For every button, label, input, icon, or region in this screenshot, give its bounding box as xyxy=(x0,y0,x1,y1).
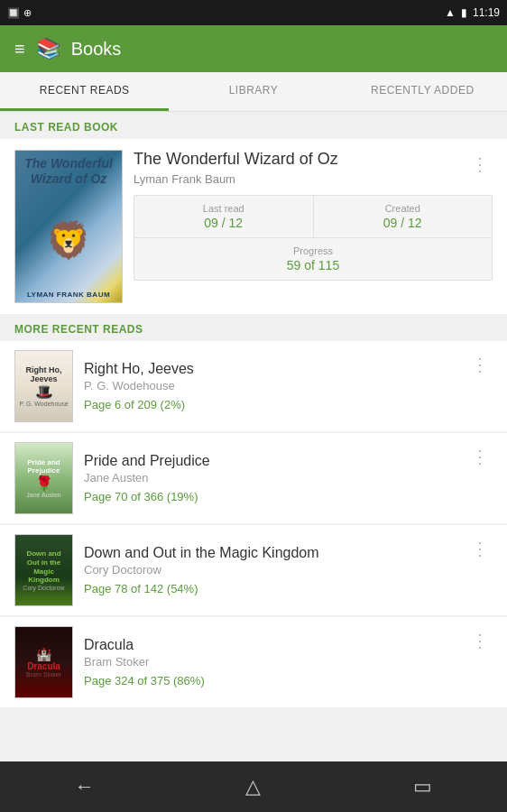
book-title-jeeves: Right Ho, Jeeves xyxy=(84,361,456,377)
last-read-card[interactable]: The WonderfulWizard of Oz 🦁 Lyman Frank … xyxy=(0,139,507,314)
more-recent-section: More Recent Reads Right Ho,Jeeves 🎩 P. G… xyxy=(0,314,507,707)
time-display: 11:19 xyxy=(473,6,500,19)
wifi-icon: ▲ xyxy=(445,6,456,19)
last-read-cover: The WonderfulWizard of Oz 🦁 Lyman Frank … xyxy=(14,150,123,303)
progress-label: Progress xyxy=(145,245,481,256)
back-button[interactable]: ← xyxy=(58,769,112,805)
notification-icon: 🔲 xyxy=(7,7,20,19)
menu-icon[interactable]: ≡ xyxy=(14,39,25,60)
created-label: Created xyxy=(325,203,482,214)
book-cover-magic: Down andOut in theMagicKingdom Cory Doct… xyxy=(14,534,73,606)
home-icon: △ xyxy=(245,775,261,798)
battery-icon: ▮ xyxy=(461,6,467,19)
app-bar: ≡ 📚 Books xyxy=(0,25,507,72)
last-read-info: The Wonderful Wizard of Oz Lyman Frank B… xyxy=(134,150,493,303)
book-title-dracula: Dracula xyxy=(84,637,456,653)
book-cover-jeeves: Right Ho,Jeeves 🎩 P. G. Wodehouse xyxy=(14,350,73,422)
books-icon: 📚 xyxy=(36,37,60,60)
book-more-button-jeeves[interactable]: ⋮ xyxy=(467,350,493,379)
book-info-magic: Down and Out in the Magic Kingdom Cory D… xyxy=(84,545,456,595)
last-read-stat: Last read 09 / 12 xyxy=(134,196,314,237)
back-icon: ← xyxy=(75,775,95,798)
progress-value: 59 of 115 xyxy=(145,258,481,272)
progress-stat: Progress 59 of 115 xyxy=(134,238,492,280)
book-title-magic: Down and Out in the Magic Kingdom xyxy=(84,545,456,561)
last-read-header: Last Read Book xyxy=(0,112,507,139)
tab-library[interactable]: Library xyxy=(169,72,337,111)
list-item[interactable]: Right Ho,Jeeves 🎩 P. G. Wodehouse Right … xyxy=(0,341,507,431)
app-title: Books xyxy=(71,39,122,60)
last-read-more-button[interactable]: ⋮ xyxy=(467,150,493,179)
book-author-jeeves: P. G. Wodehouse xyxy=(84,379,456,392)
last-read-title: The Wonderful Wizard of Oz xyxy=(134,150,338,169)
home-button[interactable]: △ xyxy=(226,769,281,805)
created-value: 09 / 12 xyxy=(325,216,482,230)
book-author-pride: Jane Austen xyxy=(84,471,456,484)
stats-grid: Last read 09 / 12 Created 09 / 12 Progre… xyxy=(134,195,493,281)
book-progress-jeeves: Page 6 of 209 (2%) xyxy=(84,398,456,411)
book-author-magic: Cory Doctorow xyxy=(84,563,456,577)
status-bar-left: 🔲 ⊕ xyxy=(7,7,32,19)
recents-icon: ▭ xyxy=(413,775,432,798)
book-info-dracula: Dracula Bram Stoker Page 324 of 375 (86%… xyxy=(84,637,456,687)
stats-bottom-row: Progress 59 of 115 xyxy=(134,238,492,280)
book-more-button-magic[interactable]: ⋮ xyxy=(467,534,493,563)
list-item[interactable]: Down andOut in theMagicKingdom Cory Doct… xyxy=(0,525,507,615)
last-read-section: Last Read Book The WonderfulWizard of Oz… xyxy=(0,112,507,314)
cover-artwork: The WonderfulWizard of Oz 🦁 Lyman Frank … xyxy=(15,151,122,302)
recents-button[interactable]: ▭ xyxy=(395,769,449,805)
tabs-container: Recent Reads Library Recently Added xyxy=(0,72,507,112)
book-progress-dracula: Page 324 of 375 (86%) xyxy=(84,674,456,687)
tab-recently-added[interactable]: Recently Added xyxy=(338,72,507,111)
book-more-button-pride[interactable]: ⋮ xyxy=(467,442,493,471)
last-read-value: 09 / 12 xyxy=(145,216,302,230)
last-read-author: Lyman Frank Baum xyxy=(134,172,338,186)
last-read-label: Last read xyxy=(145,203,302,214)
book-cover-dracula: 🏰 Dracula Bram Stoker xyxy=(14,626,73,698)
book-info-jeeves: Right Ho, Jeeves P. G. Wodehouse Page 6 … xyxy=(84,361,456,411)
status-bar: 🔲 ⊕ ▲ ▮ 11:19 xyxy=(0,0,507,25)
android-icon: ⊕ xyxy=(23,7,32,19)
book-cover-pride: Pride andPrejudice 🌹 Jane Austen xyxy=(14,442,73,514)
created-stat: Created 09 / 12 xyxy=(314,196,493,237)
book-author-dracula: Bram Stoker xyxy=(84,655,456,669)
book-title-pride: Pride and Prejudice xyxy=(84,453,456,469)
list-item[interactable]: Pride andPrejudice 🌹 Jane Austen Pride a… xyxy=(0,433,507,523)
more-recent-header: More Recent Reads xyxy=(0,314,507,341)
tab-recent-reads[interactable]: Recent Reads xyxy=(0,72,169,111)
list-item[interactable]: 🏰 Dracula Bram Stoker Dracula Bram Stoke… xyxy=(0,617,507,707)
book-info-pride: Pride and Prejudice Jane Austen Page 70 … xyxy=(84,453,456,503)
book-more-button-dracula[interactable]: ⋮ xyxy=(467,626,493,655)
book-progress-magic: Page 78 of 142 (54%) xyxy=(84,582,456,595)
book-progress-pride: Page 70 of 366 (19%) xyxy=(84,490,456,503)
status-bar-right: ▲ ▮ 11:19 xyxy=(445,6,500,19)
nav-bar: ← △ ▭ xyxy=(0,761,507,812)
content-area: Last Read Book The WonderfulWizard of Oz… xyxy=(0,112,507,761)
stats-top-row: Last read 09 / 12 Created 09 / 12 xyxy=(134,196,492,238)
